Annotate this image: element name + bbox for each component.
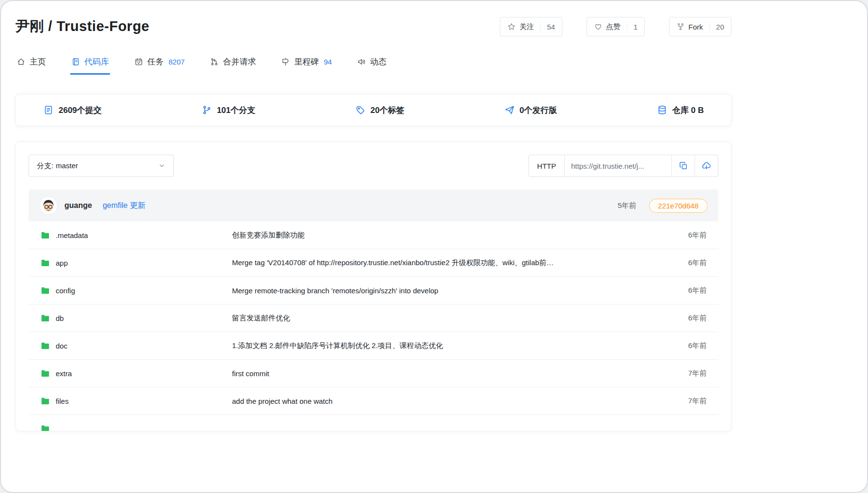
tab-label: 任务 xyxy=(147,56,164,67)
cloud-download-icon xyxy=(701,161,712,171)
file-name[interactable]: files xyxy=(56,397,69,405)
button-divider xyxy=(709,23,710,31)
tab-repository[interactable]: 代码库 xyxy=(70,50,110,75)
file-commit-time: 7年前 xyxy=(664,369,718,378)
tab-label: 代码库 xyxy=(84,56,109,67)
merge-request-icon xyxy=(210,57,219,66)
file-commit-message[interactable]: Merge tag 'V20140708' of http://reposito… xyxy=(232,258,664,268)
stat-label: 0个发行版 xyxy=(520,105,557,116)
watch-button[interactable]: 关注 54 xyxy=(500,17,562,36)
folder-icon xyxy=(40,286,50,295)
latest-commit-bar: guange gemfile 更新 5年前 221e70d648 xyxy=(29,190,718,222)
tab-issues[interactable]: 任务 8207 xyxy=(133,50,186,75)
file-commit-time: 7年前 xyxy=(664,397,718,406)
repo-stats-bar: 2609个提交 101个分支 20个标签 0个发行版 xyxy=(16,94,731,126)
branch-value: master xyxy=(56,161,78,171)
file-name-cell: config xyxy=(29,286,232,295)
table-row[interactable]: doc 1.添加文档 2.邮件中缺陷序号计算机制优化 2.项目、课程动态优化 6… xyxy=(29,332,718,360)
tab-count: 8207 xyxy=(169,58,185,66)
commit-message-link[interactable]: gemfile 更新 xyxy=(103,201,145,211)
table-row[interactable]: .metadata 创新竞赛添加删除功能 6年前 xyxy=(29,222,718,249)
repo-file-card: 分支: master HTTP https://git.trustie.net/… xyxy=(16,142,731,431)
page-content: 尹刚 / Trustie-Forge 关注 54 点赞 1 xyxy=(16,16,731,431)
chevron-down-icon xyxy=(158,162,166,170)
file-commit-time: 6年前 xyxy=(664,258,718,268)
activity-icon xyxy=(357,57,366,66)
file-commit-message[interactable]: Merge remote-tracking branch 'remotes/or… xyxy=(232,286,664,295)
watch-count: 54 xyxy=(547,23,555,31)
file-name-cell xyxy=(29,424,232,431)
stat-branches[interactable]: 101个分支 xyxy=(202,105,255,116)
branch-selector[interactable]: 分支: master xyxy=(29,155,174,177)
file-commit-message[interactable]: add the project what one watch xyxy=(232,397,664,405)
file-name[interactable]: extra xyxy=(56,369,72,378)
table-row[interactable]: extra first commit 7年前 xyxy=(29,360,718,387)
file-commit-message[interactable]: 留言发送邮件优化 xyxy=(232,314,664,323)
file-name[interactable]: config xyxy=(56,286,75,295)
fork-button[interactable]: Fork 20 xyxy=(669,17,731,36)
stat-label: 仓库 0 B xyxy=(672,105,704,116)
app-window: 尹刚 / Trustie-Forge 关注 54 点赞 1 xyxy=(0,0,868,493)
file-name[interactable]: .metadata xyxy=(56,231,88,239)
download-button[interactable] xyxy=(695,155,718,176)
file-commit-message[interactable]: 1.添加文档 2.邮件中缺陷序号计算机制优化 2.项目、课程动态优化 xyxy=(232,341,664,350)
copy-url-button[interactable] xyxy=(671,155,695,176)
clone-url-field[interactable]: https://git.trustie.net/j... xyxy=(565,155,671,176)
praise-button[interactable]: 点赞 1 xyxy=(587,17,645,36)
stat-tags[interactable]: 20个标签 xyxy=(355,105,404,116)
stat-label: 101个分支 xyxy=(217,105,255,116)
button-divider xyxy=(627,23,627,31)
release-icon xyxy=(504,105,515,115)
commit-time: 5年前 xyxy=(618,201,636,210)
repo-header: 尹刚 / Trustie-Forge 关注 54 点赞 1 xyxy=(16,16,731,38)
heart-icon xyxy=(594,22,603,31)
commits-icon xyxy=(43,105,54,115)
folder-icon xyxy=(40,396,50,406)
file-commit-time: 6年前 xyxy=(664,341,718,350)
tab-label: 主页 xyxy=(30,56,46,67)
folder-icon xyxy=(40,258,50,268)
tab-activity[interactable]: 动态 xyxy=(356,50,388,75)
table-row-partial xyxy=(29,415,718,431)
tab-label: 里程碑 xyxy=(294,56,319,67)
repo-toolbar: 分支: master HTTP https://git.trustie.net/… xyxy=(29,155,718,177)
folder-icon xyxy=(40,341,50,350)
file-name-cell: app xyxy=(29,258,232,268)
folder-icon xyxy=(40,368,50,378)
folder-icon xyxy=(40,424,50,431)
file-commit-time: 6年前 xyxy=(664,314,718,323)
fork-icon xyxy=(676,22,685,31)
stat-repo-size[interactable]: 仓库 0 B xyxy=(657,105,704,116)
stat-releases[interactable]: 0个发行版 xyxy=(504,105,557,116)
tab-home[interactable]: 主页 xyxy=(16,50,47,75)
file-commit-message[interactable]: first commit xyxy=(232,369,664,378)
file-name[interactable]: db xyxy=(56,314,64,322)
tab-milestones[interactable]: 里程碑 94 xyxy=(280,50,333,75)
branch-icon xyxy=(202,105,212,115)
file-name[interactable]: app xyxy=(56,259,68,267)
commit-sha-badge[interactable]: 221e70d648 xyxy=(649,199,708,213)
praise-label: 点赞 xyxy=(606,22,620,32)
stat-label: 2609个提交 xyxy=(59,105,102,116)
stat-commits[interactable]: 2609个提交 xyxy=(43,105,102,116)
avatar[interactable] xyxy=(39,196,58,215)
database-icon xyxy=(657,105,667,115)
stat-label: 20个标签 xyxy=(371,105,404,116)
table-row[interactable]: files add the project what one watch 7年前 xyxy=(29,387,718,415)
table-row[interactable]: app Merge tag 'V20140708' of http://repo… xyxy=(29,249,718,277)
file-commit-message[interactable]: 创新竞赛添加删除功能 xyxy=(232,231,664,240)
commit-meta: 5年前 221e70d648 xyxy=(618,199,708,213)
watch-label: 关注 xyxy=(519,22,534,32)
button-divider xyxy=(540,23,541,31)
tab-merge-requests[interactable]: 合并请求 xyxy=(209,50,257,75)
file-name[interactable]: doc xyxy=(56,342,67,350)
table-row[interactable]: db 留言发送邮件优化 6年前 xyxy=(29,304,718,332)
table-row[interactable]: config Merge remote-tracking branch 'rem… xyxy=(29,277,718,304)
folder-icon xyxy=(40,313,50,323)
tab-label: 动态 xyxy=(370,56,387,67)
repo-icon xyxy=(71,57,80,66)
fork-label: Fork xyxy=(688,23,703,31)
page-title: 尹刚 / Trustie-Forge xyxy=(16,17,149,36)
clone-protocol-button[interactable]: HTTP xyxy=(529,155,565,176)
folder-icon xyxy=(40,230,50,240)
